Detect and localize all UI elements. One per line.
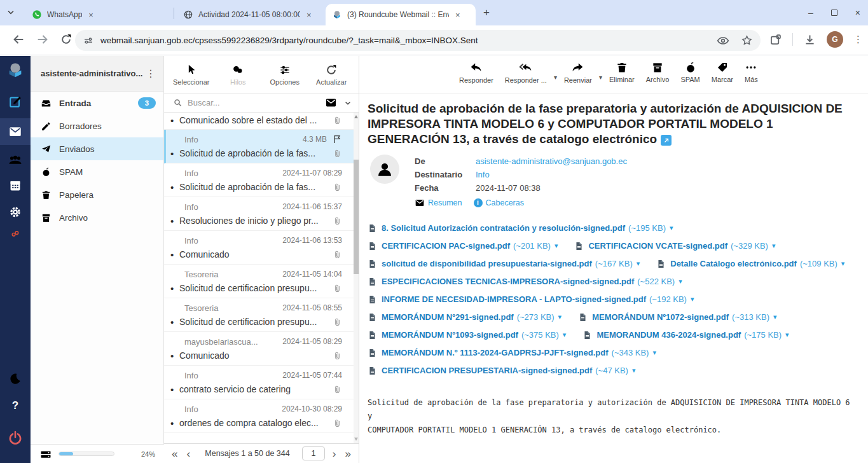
downloads-icon[interactable]	[803, 33, 816, 46]
reply-all-dropdown-icon[interactable]: ▾	[553, 74, 558, 81]
calendar-icon[interactable]	[9, 179, 22, 192]
table-row[interactable]: Info2024-10-30 08:29 •ordenes de compra …	[164, 399, 359, 433]
restore-button[interactable]	[831, 10, 837, 16]
tab-roundcube[interactable]: (3) Roundcube Webmail :: Envi ×	[326, 4, 476, 25]
attachment-menu-icon[interactable]: ▾	[773, 313, 777, 321]
reply-all-button[interactable]: Responder ...	[499, 61, 553, 84]
table-row[interactable]: Info2024-11-06 13:53 •Comunicado	[164, 231, 359, 265]
extensions-icon[interactable]	[769, 33, 782, 46]
from-address-link[interactable]: asistente-administrativo@sanjuan.gob.ec	[476, 155, 627, 168]
attachment-link[interactable]: 8. Solicitud Autorización contratación y…	[368, 223, 673, 234]
attachment-menu-icon[interactable]: ▾	[632, 366, 636, 375]
page-number-input[interactable]	[302, 446, 325, 460]
scroll-down-arrow[interactable]	[354, 438, 358, 441]
forward-button[interactable]: Reenviar	[558, 61, 598, 84]
attachment-menu-icon[interactable]: ▾	[637, 259, 640, 268]
flag-icon[interactable]	[332, 134, 342, 144]
tab-actividad[interactable]: Actividad 2024-11-05 08:00:00 ×	[177, 4, 323, 25]
reply-button[interactable]: Responder	[453, 61, 499, 84]
new-tab-button[interactable]: +	[483, 6, 490, 19]
attachment-link[interactable]: MEMORÁNDUM Nº291-signed.pdf(~273 KB)▾	[368, 312, 561, 323]
attachment-menu-icon[interactable]: ▾	[652, 349, 656, 357]
attachment-link[interactable]: solicitud de disponibilidad presupuestar…	[368, 258, 640, 270]
summary-link[interactable]: Resumen	[415, 198, 462, 208]
options-button[interactable]: Opciones	[261, 64, 308, 86]
search-input[interactable]	[188, 98, 325, 107]
logout-power-icon[interactable]	[7, 430, 24, 446]
browser-menu-icon[interactable]: ⋮	[853, 34, 863, 45]
threads-button[interactable]: Hilos	[215, 64, 262, 86]
close-button[interactable]: ×	[855, 8, 860, 18]
sidebar-item-borradores[interactable]: Borradores	[31, 114, 163, 137]
scope-envelope-icon[interactable]	[325, 97, 337, 109]
settings-gear-icon[interactable]	[9, 205, 22, 219]
forward-dropdown-icon[interactable]: ▾	[598, 74, 603, 81]
first-page-button[interactable]: «	[172, 448, 177, 459]
next-page-button[interactable]: ›	[333, 448, 336, 459]
attachment-menu-icon[interactable]: ▾	[691, 295, 694, 303]
list-scrollbar[interactable]	[354, 113, 359, 443]
table-row[interactable]: Tesoreria2024-11-05 14:04 •Solicitud de …	[164, 265, 359, 298]
attachment-link[interactable]: MEMORÁNDUM Nº1093-signed.pdf(~375 KB)▾	[368, 329, 566, 341]
headers-link[interactable]: i Cabeceras	[474, 198, 524, 207]
attachment-link[interactable]: Detalle Catálogo electrónico.pdf(~109 KB…	[656, 258, 844, 270]
search-scope-chevron-icon[interactable]	[343, 99, 352, 107]
sidebar-item-spam[interactable]: SPAM	[31, 160, 163, 183]
attachment-menu-icon[interactable]: ▾	[563, 331, 567, 339]
attachment-menu-icon[interactable]: ▾	[841, 259, 845, 268]
table-row[interactable]: • Comunicado sobre el estado del ...	[164, 113, 359, 130]
edit-as-new-icon[interactable]	[661, 135, 672, 146]
forward-icon[interactable]	[36, 32, 50, 46]
tab-whatsapp[interactable]: WhatsApp ×	[25, 4, 172, 25]
attachment-link[interactable]: MEMORÁNDUM Nº1072-signed.pdf(~313 KB)▾	[578, 312, 776, 323]
dark-mode-moon-icon[interactable]	[9, 372, 22, 385]
tab-search-chevron-icon[interactable]	[6, 8, 15, 17]
help-icon[interactable]: ?	[12, 399, 18, 412]
table-row[interactable]: Info2024-11-05 07:44 •contrato servicio …	[164, 366, 359, 399]
attachment-link[interactable]: INFORME DE NECESIDAD-IMPRESORA - LAPTO-s…	[368, 294, 694, 305]
attachment-menu-icon[interactable]: ▾	[679, 277, 682, 286]
url-text[interactable]: webmail.sanjuan.gob.ec/cpsess5992236829/…	[100, 36, 717, 45]
table-row[interactable]: mayusbelariascua...2024-11-05 08:29 •Com…	[164, 332, 359, 366]
scrollbar-thumb[interactable]	[354, 160, 359, 274]
compose-icon[interactable]	[8, 95, 22, 109]
refresh-button[interactable]: Actualizar	[308, 64, 355, 86]
sidebar-item-archivo[interactable]: Archivo	[31, 206, 163, 229]
table-row-selected[interactable]: Info 4.3 MB • Solicitud de aprobación de…	[164, 130, 359, 163]
bookmark-star-icon[interactable]	[741, 34, 753, 46]
mail-icon[interactable]	[8, 125, 22, 139]
archive-button[interactable]: Archivo	[640, 61, 675, 83]
contacts-icon[interactable]	[8, 152, 23, 167]
more-button[interactable]: Más	[739, 61, 764, 83]
cpanel-link-icon[interactable]	[10, 228, 21, 239]
profile-avatar[interactable]: G	[827, 31, 843, 48]
attachment-link[interactable]: MEMORÁNDUM N.º 1113-2024-GADPRSJ-PJFT-si…	[368, 347, 656, 359]
attachment-menu-icon[interactable]: ▾	[785, 331, 789, 339]
attachment-menu-icon[interactable]: ▾	[555, 242, 558, 250]
attachment-menu-icon[interactable]: ▾	[670, 224, 673, 232]
attachment-link[interactable]: MEMORANDUM 436-2024-signed.pdf(~175 KB)▾	[582, 329, 789, 341]
mark-button[interactable]: Marcar	[706, 61, 739, 83]
attachment-link[interactable]: CERTIFICACION VCATE-signed.pdf(~329 KB)▾	[574, 240, 775, 252]
attachment-link[interactable]: CERTIFICACION PRESUPESTARIA-signed-signe…	[368, 365, 635, 377]
table-row[interactable]: Tesoreria2024-11-05 08:55 •Solicitud de …	[164, 298, 359, 332]
roundcube-logo-icon[interactable]	[6, 60, 25, 79]
spam-button[interactable]: SPAM	[675, 61, 705, 83]
table-row[interactable]: Info2024-11-07 08:29 •Solicitud de aprob…	[164, 163, 359, 197]
attachment-menu-icon[interactable]: ▾	[558, 313, 562, 321]
sidebar-item-enviados[interactable]: Enviados	[31, 137, 163, 160]
attachment-menu-icon[interactable]: ▾	[772, 242, 776, 250]
tab-close-icon[interactable]: ×	[307, 10, 312, 20]
preview-eye-icon[interactable]	[717, 34, 729, 47]
back-icon[interactable]	[11, 32, 25, 46]
tab-close-icon[interactable]: ×	[455, 10, 460, 20]
folder-options-icon[interactable]: ⋮	[146, 67, 156, 79]
last-page-button[interactable]: »	[345, 448, 351, 459]
delete-button[interactable]: Eliminar	[603, 61, 640, 83]
attachment-link[interactable]: ESPECIFICACIONES TECNICAS-IMPRESORA-sign…	[368, 276, 682, 287]
address-bar[interactable]: webmail.sanjuan.gob.ec/cpsess5992236829/…	[75, 30, 761, 51]
prev-page-button[interactable]: ‹	[186, 448, 190, 459]
attachment-link[interactable]: CERTIFICACION PAC-signed.pdf(~201 KB)▾	[368, 240, 558, 252]
site-settings-icon[interactable]	[83, 35, 94, 46]
select-button[interactable]: Seleccionar	[168, 64, 215, 86]
